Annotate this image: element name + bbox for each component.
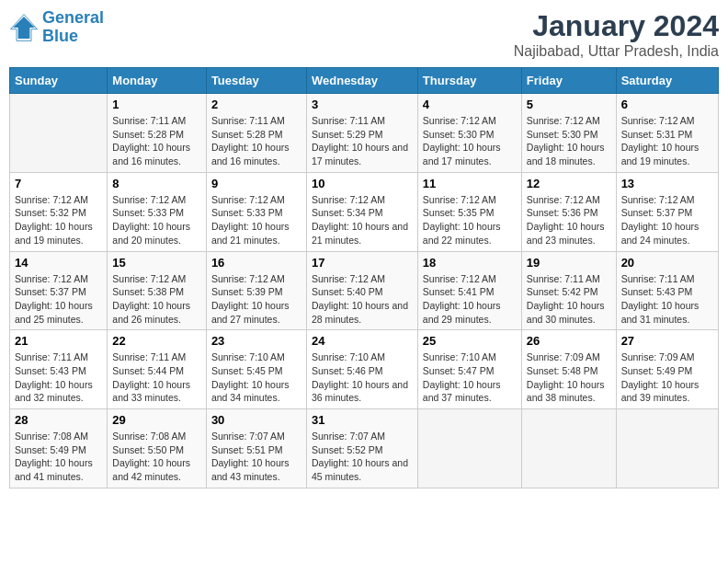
logo-text: General Blue <box>42 9 104 46</box>
calendar-week-1: 1Sunrise: 7:11 AMSunset: 5:28 PMDaylight… <box>10 94 719 173</box>
day-detail: Sunrise: 7:08 AMSunset: 5:50 PMDaylight:… <box>112 430 201 484</box>
day-detail: Sunrise: 7:10 AMSunset: 5:46 PMDaylight:… <box>312 350 413 405</box>
day-number: 30 <box>211 413 301 427</box>
header-day-monday: Monday <box>108 68 207 94</box>
header-day-thursday: Thursday <box>417 68 521 94</box>
day-number: 1 <box>112 98 201 111</box>
calendar-cell: 18Sunrise: 7:12 AMSunset: 5:41 PMDayligh… <box>417 251 521 330</box>
calendar-body: 1Sunrise: 7:11 AMSunset: 5:28 PMDaylight… <box>10 94 719 488</box>
calendar-cell: 30Sunrise: 7:07 AMSunset: 5:51 PMDayligh… <box>206 409 306 488</box>
calendar-cell: 13Sunrise: 7:12 AMSunset: 5:37 PMDayligh… <box>616 172 718 251</box>
day-detail: Sunrise: 7:12 AMSunset: 5:33 PMDaylight:… <box>211 193 301 247</box>
calendar-title: January 2024 <box>514 9 719 43</box>
day-detail: Sunrise: 7:11 AMSunset: 5:28 PMDaylight:… <box>112 114 201 168</box>
day-number: 15 <box>112 256 201 270</box>
day-number: 17 <box>312 256 413 270</box>
day-number: 10 <box>312 177 413 190</box>
day-detail: Sunrise: 7:07 AMSunset: 5:51 PMDaylight:… <box>211 430 301 484</box>
day-detail: Sunrise: 7:12 AMSunset: 5:38 PMDaylight:… <box>112 272 201 327</box>
calendar-cell: 7Sunrise: 7:12 AMSunset: 5:32 PMDaylight… <box>10 172 108 251</box>
day-number: 7 <box>15 177 102 190</box>
title-block: January 2024 Najibabad, Uttar Pradesh, I… <box>514 9 719 60</box>
day-number: 19 <box>527 256 611 270</box>
calendar-cell: 5Sunrise: 7:12 AMSunset: 5:30 PMDaylight… <box>521 94 616 173</box>
calendar-cell: 2Sunrise: 7:11 AMSunset: 5:28 PMDaylight… <box>206 94 306 173</box>
day-detail: Sunrise: 7:07 AMSunset: 5:52 PMDaylight:… <box>312 430 413 484</box>
day-number: 20 <box>621 256 713 270</box>
day-detail: Sunrise: 7:11 AMSunset: 5:43 PMDaylight:… <box>621 272 713 327</box>
calendar-cell: 6Sunrise: 7:12 AMSunset: 5:31 PMDaylight… <box>616 94 718 173</box>
day-detail: Sunrise: 7:12 AMSunset: 5:36 PMDaylight:… <box>527 193 611 247</box>
day-detail: Sunrise: 7:11 AMSunset: 5:28 PMDaylight:… <box>211 114 301 168</box>
calendar-cell: 23Sunrise: 7:10 AMSunset: 5:45 PMDayligh… <box>206 330 306 409</box>
calendar-week-5: 28Sunrise: 7:08 AMSunset: 5:49 PMDayligh… <box>10 409 719 488</box>
calendar-cell: 20Sunrise: 7:11 AMSunset: 5:43 PMDayligh… <box>616 251 718 330</box>
calendar-cell: 25Sunrise: 7:10 AMSunset: 5:47 PMDayligh… <box>417 330 521 409</box>
day-detail: Sunrise: 7:11 AMSunset: 5:43 PMDaylight:… <box>15 350 102 405</box>
day-detail: Sunrise: 7:12 AMSunset: 5:37 PMDaylight:… <box>621 193 713 247</box>
day-number: 18 <box>423 256 517 270</box>
calendar-week-2: 7Sunrise: 7:12 AMSunset: 5:32 PMDaylight… <box>10 172 719 251</box>
day-number: 9 <box>211 177 301 190</box>
calendar-cell: 26Sunrise: 7:09 AMSunset: 5:48 PMDayligh… <box>521 330 616 409</box>
calendar-subtitle: Najibabad, Uttar Pradesh, India <box>514 43 719 60</box>
day-detail: Sunrise: 7:12 AMSunset: 5:40 PMDaylight:… <box>312 272 413 327</box>
day-number: 12 <box>527 177 611 190</box>
logo: General Blue <box>9 9 104 46</box>
day-detail: Sunrise: 7:12 AMSunset: 5:34 PMDaylight:… <box>312 193 413 247</box>
calendar-cell: 28Sunrise: 7:08 AMSunset: 5:49 PMDayligh… <box>10 409 108 488</box>
calendar-table: SundayMondayTuesdayWednesdayThursdayFrid… <box>9 67 719 488</box>
calendar-cell: 22Sunrise: 7:11 AMSunset: 5:44 PMDayligh… <box>108 330 207 409</box>
logo-blue: Blue <box>42 28 104 46</box>
day-number: 28 <box>15 413 102 427</box>
day-number: 24 <box>312 334 413 348</box>
calendar-cell: 29Sunrise: 7:08 AMSunset: 5:50 PMDayligh… <box>108 409 207 488</box>
calendar-cell: 17Sunrise: 7:12 AMSunset: 5:40 PMDayligh… <box>306 251 417 330</box>
day-number: 31 <box>312 413 413 427</box>
logo-icon <box>9 13 39 42</box>
calendar-header: SundayMondayTuesdayWednesdayThursdayFrid… <box>10 68 719 94</box>
calendar-cell: 10Sunrise: 7:12 AMSunset: 5:34 PMDayligh… <box>306 172 417 251</box>
calendar-cell: 21Sunrise: 7:11 AMSunset: 5:43 PMDayligh… <box>10 330 108 409</box>
day-detail: Sunrise: 7:12 AMSunset: 5:32 PMDaylight:… <box>15 193 102 247</box>
day-detail: Sunrise: 7:08 AMSunset: 5:49 PMDaylight:… <box>15 430 102 484</box>
day-detail: Sunrise: 7:11 AMSunset: 5:44 PMDaylight:… <box>112 350 201 405</box>
day-detail: Sunrise: 7:11 AMSunset: 5:42 PMDaylight:… <box>527 272 611 327</box>
calendar-cell: 31Sunrise: 7:07 AMSunset: 5:52 PMDayligh… <box>306 409 417 488</box>
day-detail: Sunrise: 7:12 AMSunset: 5:30 PMDaylight:… <box>527 114 611 168</box>
calendar-cell <box>417 409 521 488</box>
day-detail: Sunrise: 7:09 AMSunset: 5:48 PMDaylight:… <box>527 350 611 405</box>
calendar-cell: 19Sunrise: 7:11 AMSunset: 5:42 PMDayligh… <box>521 251 616 330</box>
day-number: 29 <box>112 413 201 427</box>
calendar-cell: 4Sunrise: 7:12 AMSunset: 5:30 PMDaylight… <box>417 94 521 173</box>
day-detail: Sunrise: 7:12 AMSunset: 5:35 PMDaylight:… <box>423 193 517 247</box>
day-number: 16 <box>211 256 301 270</box>
day-number: 6 <box>621 98 713 111</box>
day-detail: Sunrise: 7:12 AMSunset: 5:41 PMDaylight:… <box>423 272 517 327</box>
calendar-cell: 15Sunrise: 7:12 AMSunset: 5:38 PMDayligh… <box>108 251 207 330</box>
day-number: 11 <box>423 177 517 190</box>
calendar-cell: 12Sunrise: 7:12 AMSunset: 5:36 PMDayligh… <box>521 172 616 251</box>
day-number: 4 <box>423 98 517 111</box>
day-number: 26 <box>527 334 611 348</box>
header-day-saturday: Saturday <box>616 68 718 94</box>
day-detail: Sunrise: 7:10 AMSunset: 5:47 PMDaylight:… <box>423 350 517 405</box>
day-number: 13 <box>621 177 713 190</box>
calendar-cell: 27Sunrise: 7:09 AMSunset: 5:49 PMDayligh… <box>616 330 718 409</box>
day-detail: Sunrise: 7:12 AMSunset: 5:31 PMDaylight:… <box>621 114 713 168</box>
calendar-cell <box>521 409 616 488</box>
calendar-cell: 9Sunrise: 7:12 AMSunset: 5:33 PMDaylight… <box>206 172 306 251</box>
calendar-cell: 14Sunrise: 7:12 AMSunset: 5:37 PMDayligh… <box>10 251 108 330</box>
calendar-cell: 1Sunrise: 7:11 AMSunset: 5:28 PMDaylight… <box>108 94 207 173</box>
day-detail: Sunrise: 7:12 AMSunset: 5:30 PMDaylight:… <box>423 114 517 168</box>
day-detail: Sunrise: 7:12 AMSunset: 5:37 PMDaylight:… <box>15 272 102 327</box>
day-detail: Sunrise: 7:12 AMSunset: 5:33 PMDaylight:… <box>112 193 201 247</box>
header-day-wednesday: Wednesday <box>306 68 417 94</box>
calendar-week-3: 14Sunrise: 7:12 AMSunset: 5:37 PMDayligh… <box>10 251 719 330</box>
calendar-cell <box>10 94 108 173</box>
day-number: 5 <box>527 98 611 111</box>
calendar-cell: 16Sunrise: 7:12 AMSunset: 5:39 PMDayligh… <box>206 251 306 330</box>
day-number: 2 <box>211 98 301 111</box>
day-number: 27 <box>621 334 713 348</box>
day-number: 14 <box>15 256 102 270</box>
